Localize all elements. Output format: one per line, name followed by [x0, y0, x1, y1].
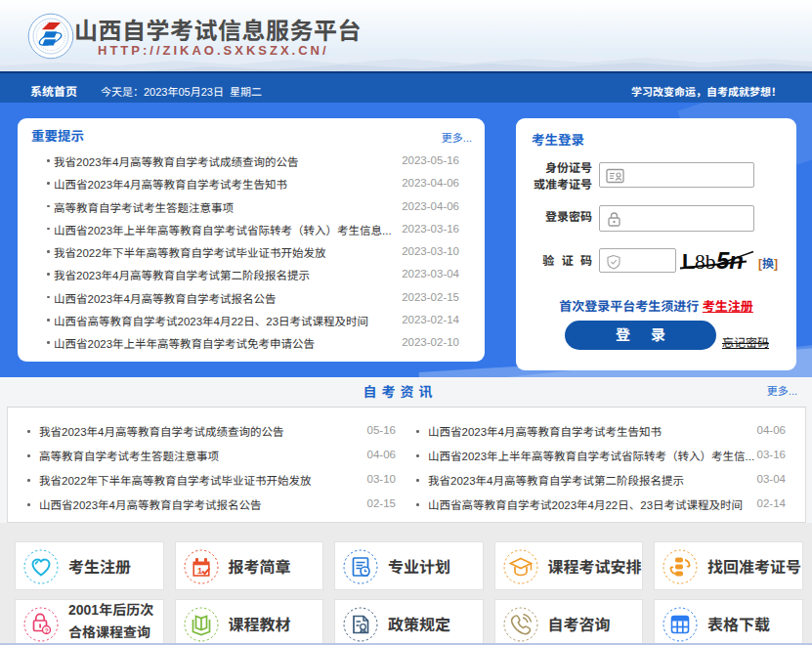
svg-text:1: 1	[197, 566, 202, 576]
svg-text:8b: 8b	[695, 250, 716, 274]
svg-text:?: ?	[45, 627, 49, 634]
svg-text:L: L	[682, 249, 695, 274]
